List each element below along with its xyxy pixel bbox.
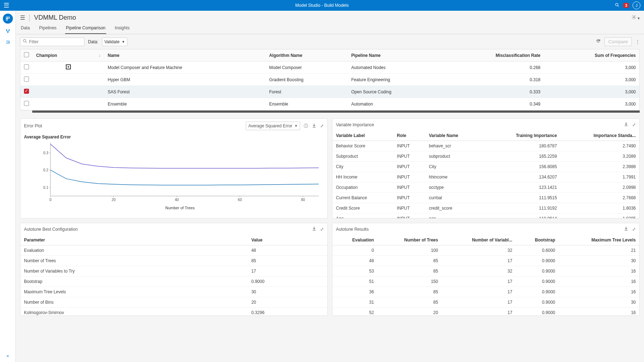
app-title: Model Studio - Build Models bbox=[295, 3, 348, 8]
avatar[interactable]: J bbox=[633, 1, 640, 9]
svg-point-0 bbox=[615, 3, 618, 6]
notification-badge[interactable]: 3 bbox=[623, 3, 629, 8]
hamburger-icon[interactable]: ☰ bbox=[4, 1, 9, 9]
search-icon[interactable] bbox=[615, 3, 620, 9]
svg-line-1 bbox=[618, 5, 619, 6]
top-bar: ☰ Model Studio - Build Models 3 J bbox=[0, 0, 644, 11]
